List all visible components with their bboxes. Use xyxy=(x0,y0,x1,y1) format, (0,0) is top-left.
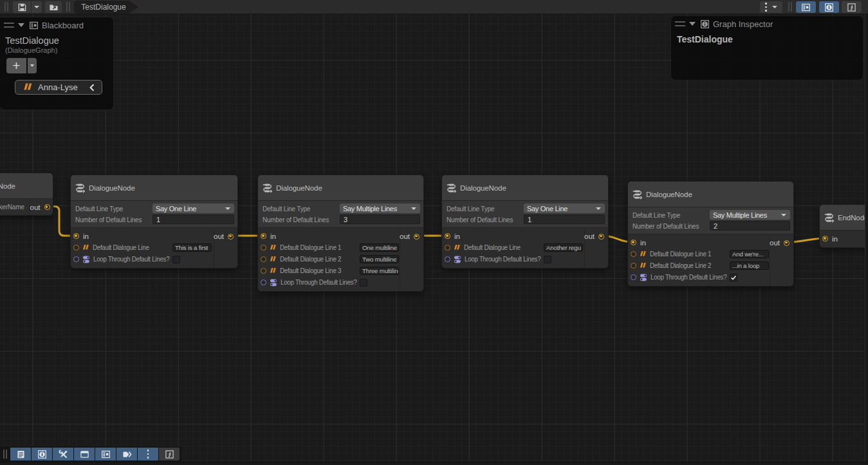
dialogue-line-field[interactable]: Two multiline xyxy=(360,255,399,263)
loop-checkbox[interactable] xyxy=(360,279,367,287)
loop-checkbox[interactable] xyxy=(172,256,180,263)
breadcrumb-tab[interactable]: TestDialogue xyxy=(74,1,138,14)
graph-inspector-panel[interactable]: Graph Inspector TestDialogue xyxy=(670,15,863,81)
toggle-inspector-button[interactable] xyxy=(32,448,52,460)
node-title-bar[interactable]: DialogueNode xyxy=(442,175,608,201)
dialogue-node-2[interactable]: DialogueNode Default Line Type Say Multi… xyxy=(257,175,424,292)
dialogue-line-field[interactable]: Three multiline xyxy=(360,267,399,275)
tools-icon xyxy=(59,450,68,459)
num-lines-label: Number of Default Lines xyxy=(447,216,513,223)
toggle-blackboard-button[interactable] xyxy=(95,448,116,460)
string-port[interactable] xyxy=(73,245,79,251)
in-port-label: in xyxy=(83,232,89,240)
in-port-label: in xyxy=(270,232,276,240)
node-title-bar[interactable]: DialogueNode xyxy=(258,175,423,201)
add-property-options-button[interactable] xyxy=(28,58,37,73)
toggle-inspector-button[interactable] xyxy=(819,1,839,13)
open-asset-button[interactable] xyxy=(45,1,62,13)
dialogue-line-field[interactable]: This is a first xyxy=(172,243,212,252)
line-type-label: Default Line Type xyxy=(447,205,494,213)
dialogue-line-field[interactable]: And we're... xyxy=(730,250,769,258)
in-port[interactable] xyxy=(631,240,636,245)
num-lines-field[interactable]: 3 xyxy=(340,214,420,224)
out-port[interactable] xyxy=(414,234,420,240)
loop-checkbox[interactable] xyxy=(544,256,551,263)
string-port[interactable] xyxy=(261,245,266,251)
port-row-in: in xyxy=(258,231,423,242)
line-type-dropdown[interactable]: Say One Line xyxy=(152,204,234,213)
num-lines-field[interactable]: 2 xyxy=(710,221,790,231)
bool-port[interactable] xyxy=(445,256,450,262)
chevron-left-icon[interactable] xyxy=(88,84,96,91)
options-menu-button[interactable] xyxy=(760,1,782,13)
line-type-dropdown[interactable]: Say One Line xyxy=(524,204,605,213)
toolbar-drag-handle[interactable] xyxy=(788,2,792,12)
toggle-window-button[interactable] xyxy=(74,448,95,460)
in-port[interactable] xyxy=(445,233,450,239)
port-row-out: out xyxy=(585,231,608,242)
toggle-minimap-button[interactable] xyxy=(842,1,862,13)
port-row-in: in xyxy=(71,231,237,242)
num-lines-field[interactable]: 1 xyxy=(524,214,605,224)
node-title-bar[interactable]: EndNode xyxy=(820,205,865,231)
dialogue-node-4[interactable]: DialogueNode Default Line Type Say Multi… xyxy=(627,181,794,287)
field-value: 3 xyxy=(344,216,347,223)
line-type-label: Default Line Type xyxy=(75,205,123,213)
out-port[interactable] xyxy=(784,240,790,246)
window-icon xyxy=(80,450,89,459)
blackboard-panel[interactable]: Blackboard TestDialogue (DialogueGraph) … xyxy=(0,17,114,110)
string-port[interactable] xyxy=(631,251,636,257)
toggle-script-button[interactable] xyxy=(10,448,31,460)
dialogue-line-label: Default Dialogue Line xyxy=(93,244,149,251)
string-port[interactable] xyxy=(261,256,266,262)
loop-checkbox[interactable] xyxy=(730,274,737,281)
toolbar-drag-handle[interactable] xyxy=(5,2,8,12)
toggle-tools-button[interactable] xyxy=(53,448,73,460)
foldout-triangle-icon[interactable] xyxy=(18,23,24,27)
bool-port[interactable] xyxy=(631,274,636,280)
in-port[interactable] xyxy=(822,236,828,242)
toggle-minimap-button[interactable] xyxy=(159,448,180,460)
out-port-label: out xyxy=(770,239,780,247)
dialogue-node-1[interactable]: DialogueNode Default Line Type Say One L… xyxy=(70,175,238,269)
out-port[interactable] xyxy=(228,234,234,240)
graph-inspector-icon xyxy=(824,3,834,12)
string-port[interactable] xyxy=(445,245,450,251)
toolbar-drag-handle[interactable] xyxy=(66,2,70,12)
string-port[interactable] xyxy=(631,263,636,269)
num-lines-field[interactable]: 1 xyxy=(152,214,234,224)
node-title-bar[interactable]: DialogueNode xyxy=(628,182,793,207)
blackboard-property-anna-lyse[interactable]: Anna-Lyse xyxy=(15,80,102,95)
drag-handle-icon[interactable] xyxy=(675,21,685,26)
start-node[interactable]: StartNode SpeakerName out xyxy=(0,173,53,216)
port-row-dialogue-line: Default Dialogue Line 1 One multiline xyxy=(258,242,423,254)
node-title-bar[interactable]: DialogueNode xyxy=(71,175,237,201)
dialogue-line-field[interactable]: ...in a loop xyxy=(730,261,769,270)
dialogue-line-field[interactable]: Another regu xyxy=(544,243,583,252)
dialogue-node-3[interactable]: DialogueNode Default Line Type Say One L… xyxy=(441,175,609,269)
add-property-button[interactable]: + xyxy=(6,58,26,73)
bottom-toolbar xyxy=(0,446,181,462)
bool-port[interactable] xyxy=(261,280,266,285)
toggle-blackboard-button[interactable] xyxy=(796,1,816,13)
line-type-dropdown[interactable]: Say Multiple Lines xyxy=(340,204,420,213)
out-port[interactable] xyxy=(44,204,50,210)
toggle-breadcrumb-button[interactable] xyxy=(116,448,137,460)
in-port[interactable] xyxy=(73,233,79,239)
node-title-bar[interactable]: StartNode xyxy=(0,173,53,199)
end-node[interactable]: EndNode in xyxy=(819,204,865,248)
out-port[interactable] xyxy=(598,234,604,240)
save-options-button[interactable] xyxy=(32,1,42,13)
bool-port[interactable] xyxy=(73,256,79,262)
drag-handle-icon[interactable] xyxy=(4,23,14,28)
line-type-dropdown[interactable]: Say Multiple Lines xyxy=(710,210,790,220)
save-button[interactable] xyxy=(13,1,31,13)
toolbar-drag-handle[interactable] xyxy=(3,450,7,459)
in-port[interactable] xyxy=(261,233,266,239)
graph-canvas[interactable]: StartNode SpeakerName out DialogueNode xyxy=(0,14,865,462)
num-lines-label: Number of Default Lines xyxy=(633,222,699,230)
foldout-triangle-icon[interactable] xyxy=(689,22,696,26)
dialogue-line-field[interactable]: One multiline xyxy=(360,243,399,252)
string-port[interactable] xyxy=(261,268,266,274)
toggle-options-button[interactable] xyxy=(138,448,158,460)
